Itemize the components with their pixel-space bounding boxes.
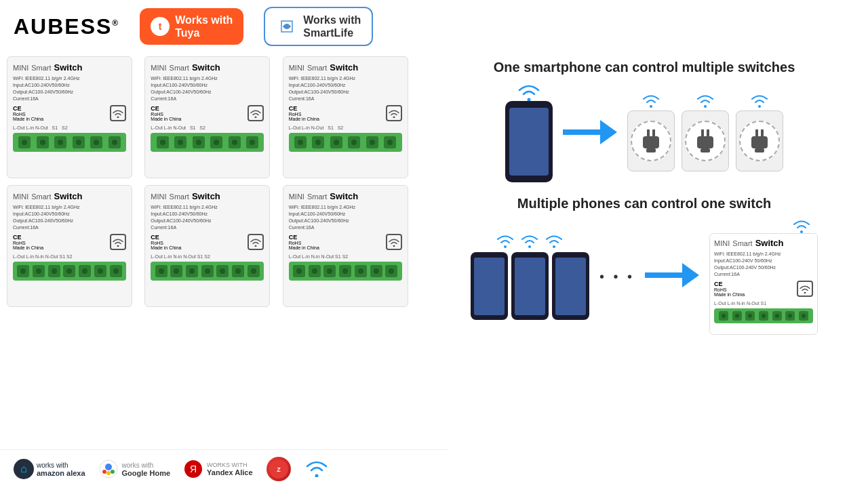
top-section-title: One smartphone can control multiple swit… bbox=[434, 60, 854, 75]
switch-devices-group bbox=[627, 93, 783, 171]
card3-ports: L-Out L-in N-Out S1 S2 bbox=[289, 125, 402, 130]
brand-registered: ® bbox=[112, 18, 119, 28]
alexa-works-with: works with bbox=[37, 462, 85, 469]
plug-icon-2 bbox=[695, 129, 715, 153]
multi-wifi-2 bbox=[520, 233, 539, 248]
device1-wifi bbox=[642, 93, 660, 108]
card1-switch: Switch bbox=[54, 62, 83, 73]
card1-mini: MINI bbox=[13, 64, 28, 72]
single-switch-group: MINI Smart Switch WiFi: IEEE802.11 b/g/n… bbox=[709, 218, 818, 335]
arrow-container-2 bbox=[645, 263, 699, 290]
switch-card-3: MINI Smart Switch WiFi: IEEE802.11 b/g/n… bbox=[283, 56, 408, 178]
svg-point-15 bbox=[315, 474, 318, 478]
dotted-border-3 bbox=[739, 121, 780, 161]
phones-group bbox=[471, 252, 589, 320]
wifi-icon bbox=[304, 458, 329, 477]
brand-logo: AUBESS® bbox=[14, 14, 119, 39]
smartlife-works-with: Works with bbox=[303, 14, 361, 26]
switch-device-2 bbox=[682, 110, 729, 171]
bottom-logos: ⌂ works with amazon alexa works with Go bbox=[0, 449, 448, 488]
blue-arrow-icon bbox=[563, 120, 617, 144]
bottom-right-section: Multiple phones can control one switch bbox=[434, 196, 854, 335]
card1-ports: L-Out L-in N-Out S1 S2 bbox=[13, 125, 126, 130]
zigbee-logo: Z bbox=[267, 457, 291, 481]
arrow-container bbox=[563, 120, 617, 144]
header: AUBESS® t Works with Tuya Works with Sma… bbox=[0, 0, 868, 53]
yandex-logo: Я WORKS WITH Yandex Alice bbox=[184, 460, 252, 479]
hole1 bbox=[18, 136, 31, 148]
svg-rect-26 bbox=[707, 129, 709, 136]
svg-rect-21 bbox=[652, 129, 655, 136]
svg-point-34 bbox=[504, 245, 507, 248]
mini-switch-card: MINI Smart Switch WiFi: IEEE802.11 b/g/n… bbox=[709, 233, 818, 335]
svg-rect-31 bbox=[761, 129, 764, 136]
blue-arrow-2-icon bbox=[645, 263, 699, 287]
many-to-one-diagram: • • • bbox=[434, 218, 854, 335]
svg-point-36 bbox=[553, 245, 555, 248]
hole6 bbox=[108, 136, 121, 148]
svg-rect-32 bbox=[751, 136, 768, 148]
right-panel: One smartphone can control multiple swit… bbox=[420, 53, 868, 355]
left-panel: MINI Smart Switch WiFi: IEEE802.11 b/g/n… bbox=[0, 53, 420, 355]
svg-point-29 bbox=[758, 105, 761, 108]
hole3 bbox=[54, 136, 66, 148]
phone-with-wifi bbox=[505, 82, 553, 182]
card3-wifi-badge bbox=[386, 105, 402, 121]
svg-rect-28 bbox=[701, 148, 710, 152]
svg-marker-18 bbox=[600, 120, 617, 144]
svg-point-24 bbox=[704, 105, 707, 108]
plug-icon-3 bbox=[749, 129, 770, 153]
alexa-icon: ⌂ bbox=[14, 459, 34, 479]
smartlife-icon bbox=[276, 16, 298, 37]
switch-grid-row1: MINI Smart Switch WiFi: IEEE802.11 b/g/n… bbox=[7, 56, 414, 178]
zigbee-icon: Z bbox=[269, 459, 289, 479]
multi-wifi-1 bbox=[496, 233, 515, 248]
tuya-works-with: Works with bbox=[175, 14, 233, 26]
plug-icon-1 bbox=[641, 129, 661, 153]
device2-wifi bbox=[696, 93, 715, 108]
tuya-badge-text: Works with Tuya bbox=[175, 14, 233, 39]
multi-phone-group bbox=[471, 233, 589, 320]
card2-footer: CE RoHS Made in China bbox=[151, 105, 264, 121]
hole2 bbox=[37, 136, 49, 148]
svg-rect-27 bbox=[697, 136, 713, 148]
card3-footer: CE RoHS Made in China bbox=[289, 105, 402, 121]
single-device-wifi bbox=[792, 218, 811, 233]
yandex-brand: Yandex Alice bbox=[207, 468, 252, 476]
switch-card-1: MINI Smart Switch WiFi: IEEE802.11 b/g/n… bbox=[7, 56, 132, 178]
google-home-icon bbox=[99, 460, 118, 479]
svg-rect-25 bbox=[701, 129, 704, 136]
wifi-logo bbox=[304, 458, 329, 480]
card2-ports: L-Out L-in N-Out S1 S2 bbox=[151, 125, 264, 130]
svg-point-9 bbox=[106, 471, 111, 475]
tuya-icon: t bbox=[151, 17, 170, 36]
phone-screen bbox=[509, 108, 549, 176]
svg-point-35 bbox=[528, 245, 531, 248]
device-2 bbox=[682, 93, 729, 171]
card3-specs: WiFi: IEEE802.11 b/g/n 2.4GHz Input:AC10… bbox=[289, 75, 402, 102]
svg-text:Я: Я bbox=[190, 464, 197, 474]
smartlife-badge-text: Works with SmartLife bbox=[303, 14, 361, 39]
switch-card-4: MINI Smart Switch WiFi: IEEE802.11 b/g/n… bbox=[7, 185, 132, 307]
top-right-section: One smartphone can control multiple swit… bbox=[434, 60, 854, 182]
svg-rect-33 bbox=[755, 148, 764, 152]
yandex-icon: Я bbox=[184, 460, 203, 479]
single-phone bbox=[505, 101, 553, 182]
svg-point-3 bbox=[117, 245, 119, 247]
svg-rect-37 bbox=[645, 272, 682, 278]
dotted-border-1 bbox=[631, 121, 671, 161]
card2-connector bbox=[151, 133, 264, 152]
alexa-logo: ⌂ works with amazon alexa bbox=[14, 459, 85, 479]
brand-name: AUBESS bbox=[14, 14, 112, 39]
svg-rect-23 bbox=[646, 148, 656, 152]
card2-wifi-badge bbox=[248, 105, 264, 121]
svg-point-19 bbox=[650, 105, 652, 108]
google-brand: Google Home bbox=[122, 469, 171, 477]
phone-multi-2 bbox=[511, 252, 549, 320]
card2-specs: WiFi: IEEE802.11 b/g/n 2.4GHz Input:AC10… bbox=[151, 75, 264, 102]
phone-multi-3 bbox=[552, 252, 589, 320]
multi-wifi-3 bbox=[545, 233, 564, 248]
google-works-with: works with bbox=[122, 462, 171, 469]
card3-connector bbox=[289, 133, 402, 152]
svg-point-2 bbox=[393, 116, 395, 118]
